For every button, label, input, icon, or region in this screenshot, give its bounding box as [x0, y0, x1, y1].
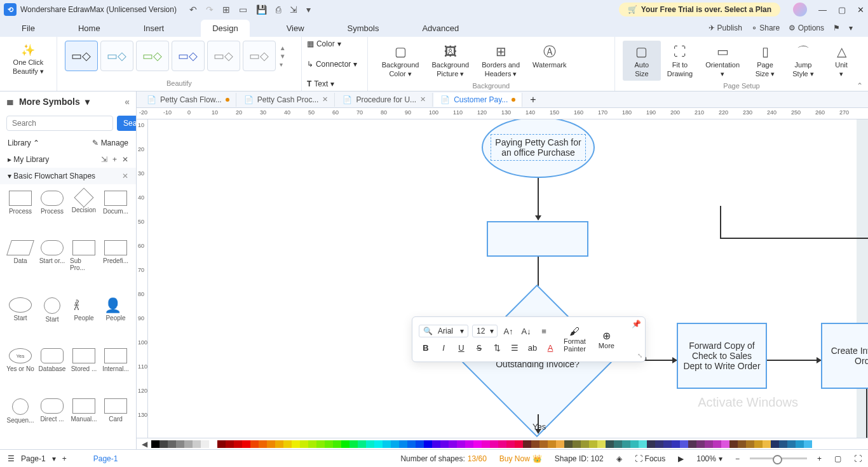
- shape-process-2[interactable]: Process: [37, 188, 67, 236]
- canvas[interactable]: 102030405060708090100110120130 Paying Pe…: [137, 119, 868, 438]
- decrease-font-icon[interactable]: A↓: [519, 324, 533, 338]
- undo-icon[interactable]: ↶: [189, 4, 197, 15]
- text-case-icon[interactable]: ab: [526, 341, 539, 355]
- save-icon[interactable]: 💾: [256, 4, 267, 15]
- color-swatch[interactable]: [374, 440, 383, 448]
- my-library-label[interactable]: ▸ My Library: [8, 155, 49, 164]
- color-swatch[interactable]: [614, 440, 622, 448]
- color-swatch[interactable]: [647, 440, 655, 448]
- color-swatch[interactable]: [440, 440, 449, 448]
- shape-internal[interactable]: Internal...: [100, 346, 131, 394]
- shape-decision[interactable]: Decision: [69, 188, 99, 236]
- pin-icon[interactable]: 📌: [632, 320, 641, 328]
- color-swatch[interactable]: [779, 440, 787, 448]
- font-family-select[interactable]: 🔍 Arial▾: [419, 325, 468, 337]
- color-swatch[interactable]: [416, 440, 424, 448]
- page-menu-icon[interactable]: ☰: [8, 454, 15, 463]
- shape-card[interactable]: Card: [100, 396, 131, 445]
- theme-2[interactable]: ▭◇: [100, 41, 133, 71]
- shape-people-2[interactable]: 👤People: [100, 295, 131, 344]
- color-swatch[interactable]: [308, 440, 316, 448]
- terminator-shape[interactable]: Paying Petty Cash for an office Purchase: [482, 119, 595, 178]
- jump-style[interactable]: ⌒JumpStyle ▾: [784, 41, 822, 81]
- increase-font-icon[interactable]: A↑: [501, 324, 515, 338]
- shape-database[interactable]: Database: [37, 346, 67, 394]
- color-swatch[interactable]: [176, 440, 184, 448]
- color-swatch[interactable]: [424, 440, 432, 448]
- color-swatch[interactable]: [159, 440, 168, 448]
- new-icon[interactable]: ⊞: [222, 4, 230, 15]
- color-swatch[interactable]: [168, 440, 176, 448]
- menu-design[interactable]: Design: [201, 20, 249, 37]
- color-swatch[interactable]: [349, 440, 358, 448]
- menu-view[interactable]: View: [280, 21, 311, 36]
- color-swatch[interactable]: [506, 440, 515, 448]
- manage-button[interactable]: ✎ Manage: [92, 139, 128, 147]
- search-button[interactable]: Search: [117, 116, 137, 131]
- shape-text-edit[interactable]: Paying Petty Cash for an office Purchase: [491, 134, 586, 161]
- publish-button[interactable]: ✈ Publish: [709, 24, 742, 32]
- color-swatch[interactable]: [259, 440, 267, 448]
- menu-insert[interactable]: Insert: [137, 21, 171, 36]
- color-swatch[interactable]: [399, 440, 407, 448]
- export-icon[interactable]: ⇲: [290, 4, 297, 15]
- color-swatch[interactable]: [482, 440, 490, 448]
- connector-line-3[interactable]: [866, 389, 867, 438]
- page-dropdown[interactable]: Page-1 ▾: [21, 454, 56, 463]
- lib-export-icon[interactable]: ⇲: [101, 155, 107, 164]
- color-swatch[interactable]: [787, 440, 796, 448]
- doc-tab-1[interactable]: 📄 Petty Cash Flow...: [140, 93, 236, 107]
- color-swatch[interactable]: [655, 440, 663, 448]
- menu-symbols[interactable]: Symbols: [341, 21, 386, 36]
- doc-tab-3[interactable]: 📄 Procedure for U...✕: [336, 93, 433, 107]
- buy-now-button[interactable]: Buy Now 👑: [493, 454, 548, 463]
- shape-start-or[interactable]: Start or...: [37, 238, 67, 293]
- color-swatch[interactable]: [606, 440, 614, 448]
- bullet-list-icon[interactable]: ☰: [508, 341, 522, 355]
- shape-start-ellipse[interactable]: Start: [5, 295, 36, 344]
- color-swatch[interactable]: [622, 440, 630, 448]
- color-swatch[interactable]: [705, 440, 713, 448]
- minimize-button[interactable]: —: [818, 5, 827, 15]
- color-swatch[interactable]: [300, 440, 308, 448]
- color-swatch[interactable]: [556, 440, 564, 448]
- align-icon[interactable]: ≡: [537, 324, 551, 338]
- symbol-search-input[interactable]: [6, 116, 113, 131]
- basic-shapes-section[interactable]: ▾ Basic Flowchart Shapes ✕: [0, 168, 136, 184]
- doc-tab-4[interactable]: 📄 Customer Pay...: [434, 93, 522, 107]
- zoom-slider[interactable]: [750, 457, 807, 459]
- color-swatch[interactable]: [209, 440, 217, 448]
- theme-1[interactable]: ▭◇: [65, 41, 98, 71]
- color-swatch[interactable]: [672, 440, 680, 448]
- shape-start-circle[interactable]: Start: [37, 295, 67, 344]
- color-swatch[interactable]: [763, 440, 771, 448]
- color-swatch[interactable]: [184, 440, 193, 448]
- process-forward[interactable]: Forward Copy of Check to Sales Dept to W…: [677, 323, 767, 389]
- color-swatch[interactable]: [796, 440, 804, 448]
- color-swatch[interactable]: [201, 440, 209, 448]
- shape-manual[interactable]: Manual...: [69, 396, 99, 445]
- color-dropdown[interactable]: ▦ Color ▾: [307, 39, 362, 48]
- print-icon[interactable]: ⎙: [276, 4, 281, 15]
- color-swatch[interactable]: [738, 440, 746, 448]
- strike-button[interactable]: S̶: [472, 341, 486, 355]
- dropdown-icon[interactable]: ▾: [849, 24, 853, 32]
- process-invoice[interactable]: Create Invoice for Order: [821, 323, 868, 389]
- color-swatch[interactable]: [457, 440, 465, 448]
- lib-close-icon[interactable]: ✕: [122, 155, 128, 164]
- menu-advanced[interactable]: Advanced: [416, 21, 465, 36]
- expand-toolbar-icon[interactable]: ⤡: [637, 352, 642, 359]
- font-color-icon[interactable]: A: [543, 341, 557, 355]
- zoom-out-button[interactable]: −: [729, 454, 746, 463]
- color-swatch[interactable]: [531, 440, 539, 448]
- italic-button[interactable]: I: [437, 341, 451, 355]
- color-swatch[interactable]: [639, 440, 647, 448]
- color-swatch[interactable]: [292, 440, 300, 448]
- color-swatch[interactable]: [581, 440, 589, 448]
- theme-5[interactable]: ▭◇: [207, 41, 240, 71]
- page-tab-active[interactable]: Page-1: [93, 454, 118, 463]
- watermark-button[interactable]: ⒶWatermark: [526, 41, 573, 81]
- color-swatch[interactable]: [548, 440, 556, 448]
- more-symbols-label[interactable]: More Symbols: [19, 97, 80, 107]
- presentation-icon[interactable]: ▶: [672, 454, 690, 463]
